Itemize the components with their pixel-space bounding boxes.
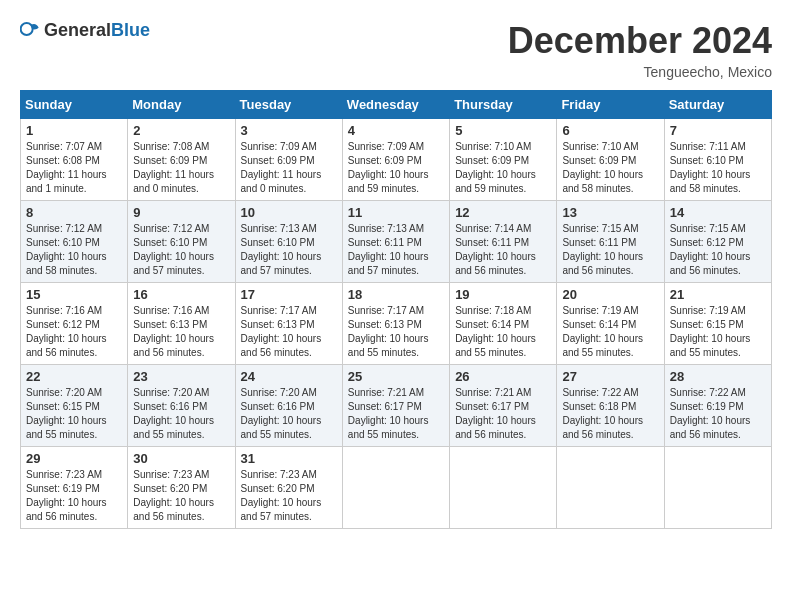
calendar-day-header: Wednesday <box>342 91 449 119</box>
sunrise-label: Sunrise: 7:08 AM <box>133 141 209 152</box>
day-info: Sunrise: 7:11 AM Sunset: 6:10 PM Dayligh… <box>670 140 766 196</box>
day-info: Sunrise: 7:23 AM Sunset: 6:19 PM Dayligh… <box>26 468 122 524</box>
day-info: Sunrise: 7:16 AM Sunset: 6:13 PM Dayligh… <box>133 304 229 360</box>
calendar-day-cell: 22 Sunrise: 7:20 AM Sunset: 6:15 PM Dayl… <box>21 365 128 447</box>
calendar-day-cell: 4 Sunrise: 7:09 AM Sunset: 6:09 PM Dayli… <box>342 119 449 201</box>
calendar-day-cell: 13 Sunrise: 7:15 AM Sunset: 6:11 PM Dayl… <box>557 201 664 283</box>
sunrise-label: Sunrise: 7:07 AM <box>26 141 102 152</box>
daylight-label: Daylight: 10 hours and 56 minutes. <box>133 333 214 358</box>
calendar-day-cell: 30 Sunrise: 7:23 AM Sunset: 6:20 PM Dayl… <box>128 447 235 529</box>
day-info: Sunrise: 7:12 AM Sunset: 6:10 PM Dayligh… <box>26 222 122 278</box>
logo-icon <box>20 21 40 41</box>
day-info: Sunrise: 7:17 AM Sunset: 6:13 PM Dayligh… <box>348 304 444 360</box>
logo-text-blue: Blue <box>111 20 150 40</box>
sunset-label: Sunset: 6:16 PM <box>241 401 315 412</box>
sunset-label: Sunset: 6:13 PM <box>241 319 315 330</box>
daylight-label: Daylight: 11 hours and 1 minute. <box>26 169 107 194</box>
day-number: 18 <box>348 287 444 302</box>
sunrise-label: Sunrise: 7:19 AM <box>562 305 638 316</box>
sunrise-label: Sunrise: 7:15 AM <box>562 223 638 234</box>
day-number: 19 <box>455 287 551 302</box>
daylight-label: Daylight: 10 hours and 58 minutes. <box>562 169 643 194</box>
calendar-day-cell <box>664 447 771 529</box>
sunset-label: Sunset: 6:14 PM <box>455 319 529 330</box>
sunrise-label: Sunrise: 7:21 AM <box>348 387 424 398</box>
sunset-label: Sunset: 6:20 PM <box>133 483 207 494</box>
day-number: 20 <box>562 287 658 302</box>
daylight-label: Daylight: 10 hours and 55 minutes. <box>133 415 214 440</box>
daylight-label: Daylight: 10 hours and 55 minutes. <box>348 415 429 440</box>
daylight-label: Daylight: 10 hours and 55 minutes. <box>241 415 322 440</box>
day-info: Sunrise: 7:20 AM Sunset: 6:15 PM Dayligh… <box>26 386 122 442</box>
daylight-label: Daylight: 10 hours and 56 minutes. <box>133 497 214 522</box>
sunrise-label: Sunrise: 7:17 AM <box>241 305 317 316</box>
sunrise-label: Sunrise: 7:09 AM <box>348 141 424 152</box>
sunset-label: Sunset: 6:15 PM <box>670 319 744 330</box>
day-number: 23 <box>133 369 229 384</box>
sunset-label: Sunset: 6:13 PM <box>133 319 207 330</box>
sunset-label: Sunset: 6:12 PM <box>26 319 100 330</box>
calendar-day-header: Tuesday <box>235 91 342 119</box>
sunset-label: Sunset: 6:17 PM <box>348 401 422 412</box>
sunrise-label: Sunrise: 7:21 AM <box>455 387 531 398</box>
calendar-day-cell: 1 Sunrise: 7:07 AM Sunset: 6:08 PM Dayli… <box>21 119 128 201</box>
daylight-label: Daylight: 11 hours and 0 minutes. <box>133 169 214 194</box>
sunrise-label: Sunrise: 7:11 AM <box>670 141 746 152</box>
day-info: Sunrise: 7:23 AM Sunset: 6:20 PM Dayligh… <box>133 468 229 524</box>
day-number: 25 <box>348 369 444 384</box>
svg-point-0 <box>21 23 33 35</box>
day-number: 9 <box>133 205 229 220</box>
calendar-day-header: Sunday <box>21 91 128 119</box>
day-number: 26 <box>455 369 551 384</box>
header: GeneralBlue December 2024 Tengueecho, Me… <box>20 20 772 80</box>
day-number: 16 <box>133 287 229 302</box>
sunset-label: Sunset: 6:09 PM <box>133 155 207 166</box>
sunset-label: Sunset: 6:19 PM <box>26 483 100 494</box>
sunset-label: Sunset: 6:10 PM <box>133 237 207 248</box>
calendar-day-cell: 15 Sunrise: 7:16 AM Sunset: 6:12 PM Dayl… <box>21 283 128 365</box>
sunset-label: Sunset: 6:09 PM <box>562 155 636 166</box>
daylight-label: Daylight: 10 hours and 57 minutes. <box>241 497 322 522</box>
sunset-label: Sunset: 6:09 PM <box>241 155 315 166</box>
sunrise-label: Sunrise: 7:12 AM <box>26 223 102 234</box>
daylight-label: Daylight: 11 hours and 0 minutes. <box>241 169 322 194</box>
daylight-label: Daylight: 10 hours and 56 minutes. <box>562 251 643 276</box>
daylight-label: Daylight: 10 hours and 55 minutes. <box>562 333 643 358</box>
calendar-day-header: Thursday <box>450 91 557 119</box>
day-number: 14 <box>670 205 766 220</box>
day-number: 2 <box>133 123 229 138</box>
calendar-day-cell: 26 Sunrise: 7:21 AM Sunset: 6:17 PM Dayl… <box>450 365 557 447</box>
day-number: 28 <box>670 369 766 384</box>
calendar-day-cell <box>557 447 664 529</box>
day-info: Sunrise: 7:21 AM Sunset: 6:17 PM Dayligh… <box>348 386 444 442</box>
title-area: December 2024 Tengueecho, Mexico <box>508 20 772 80</box>
day-info: Sunrise: 7:10 AM Sunset: 6:09 PM Dayligh… <box>455 140 551 196</box>
day-info: Sunrise: 7:14 AM Sunset: 6:11 PM Dayligh… <box>455 222 551 278</box>
calendar-day-cell <box>450 447 557 529</box>
sunrise-label: Sunrise: 7:23 AM <box>241 469 317 480</box>
daylight-label: Daylight: 10 hours and 57 minutes. <box>241 251 322 276</box>
daylight-label: Daylight: 10 hours and 55 minutes. <box>26 415 107 440</box>
calendar-day-cell: 10 Sunrise: 7:13 AM Sunset: 6:10 PM Dayl… <box>235 201 342 283</box>
calendar-week-row: 1 Sunrise: 7:07 AM Sunset: 6:08 PM Dayli… <box>21 119 772 201</box>
calendar-day-cell: 17 Sunrise: 7:17 AM Sunset: 6:13 PM Dayl… <box>235 283 342 365</box>
sunrise-label: Sunrise: 7:09 AM <box>241 141 317 152</box>
calendar-table: SundayMondayTuesdayWednesdayThursdayFrid… <box>20 90 772 529</box>
sunset-label: Sunset: 6:11 PM <box>562 237 636 248</box>
day-number: 1 <box>26 123 122 138</box>
sunrise-label: Sunrise: 7:20 AM <box>133 387 209 398</box>
sunrise-label: Sunrise: 7:23 AM <box>26 469 102 480</box>
calendar-day-header: Friday <box>557 91 664 119</box>
calendar-day-cell: 6 Sunrise: 7:10 AM Sunset: 6:09 PM Dayli… <box>557 119 664 201</box>
calendar-day-cell: 29 Sunrise: 7:23 AM Sunset: 6:19 PM Dayl… <box>21 447 128 529</box>
day-info: Sunrise: 7:09 AM Sunset: 6:09 PM Dayligh… <box>241 140 337 196</box>
daylight-label: Daylight: 10 hours and 56 minutes. <box>241 333 322 358</box>
day-number: 22 <box>26 369 122 384</box>
day-info: Sunrise: 7:12 AM Sunset: 6:10 PM Dayligh… <box>133 222 229 278</box>
daylight-label: Daylight: 10 hours and 56 minutes. <box>670 251 751 276</box>
sunrise-label: Sunrise: 7:13 AM <box>241 223 317 234</box>
daylight-label: Daylight: 10 hours and 55 minutes. <box>455 333 536 358</box>
sunrise-label: Sunrise: 7:20 AM <box>26 387 102 398</box>
day-number: 6 <box>562 123 658 138</box>
day-info: Sunrise: 7:09 AM Sunset: 6:09 PM Dayligh… <box>348 140 444 196</box>
